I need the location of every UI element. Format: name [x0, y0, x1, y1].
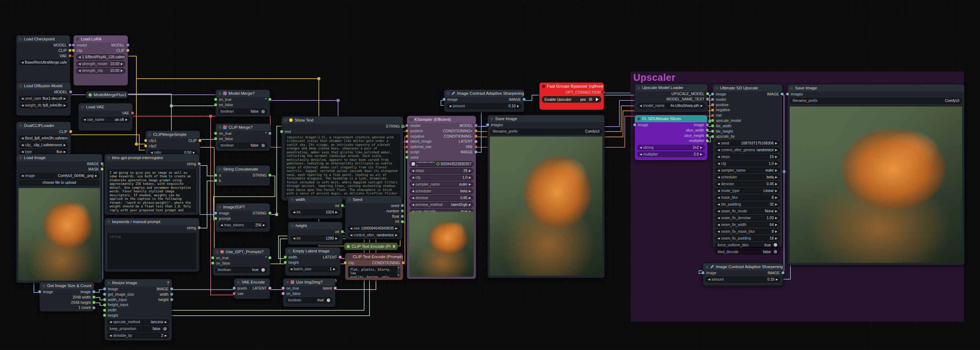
input-slot-dot[interactable]	[711, 135, 714, 138]
show-text[interactable]: Show TextSTRINGtext(majestic dragon:1.5)…	[281, 116, 403, 201]
input-slot-dot[interactable]	[711, 109, 714, 112]
mode-type-widget[interactable]: ◀mode_typeLinear▶	[715, 188, 780, 194]
output-slot-dot[interactable]	[401, 204, 404, 207]
node-header[interactable]: Use Img2Img?	[283, 278, 335, 286]
node-header[interactable]: binx-gpt-prompt-interrogator	[105, 154, 199, 161]
filename-prefix-widget[interactable]: filename_prefixComfyUI	[490, 129, 602, 134]
collapse-toggle-icon[interactable]	[542, 85, 545, 88]
combo-left-arrow-icon[interactable]: ◀	[718, 155, 720, 160]
arrow-right-icon[interactable]	[596, 97, 599, 101]
input-slot-dot[interactable]	[443, 98, 445, 101]
empty-latent-image[interactable]: Empty Latent ImagewidthLATENTheight◀batc…	[285, 247, 340, 276]
collapse-toggle-icon[interactable]	[76, 38, 79, 41]
collapse-toggle-icon[interactable]	[347, 245, 350, 248]
collapse-toggle-icon[interactable]	[790, 86, 793, 90]
output-slot-dot[interactable]	[69, 90, 72, 93]
text-area[interactable]: (majestic dragon:1.5), a resplendent cre…	[285, 134, 400, 198]
slicing-widget[interactable]: ◀slicing2x2▶	[637, 145, 705, 150]
input-slot-dot[interactable]	[406, 150, 409, 153]
combo-left-arrow-icon[interactable]: ◀	[718, 202, 720, 207]
output-slot-dot[interactable]	[341, 230, 344, 233]
icas-bottom[interactable]: Image Contrast Adaptive SharpeningimageI…	[703, 263, 783, 286]
node-header[interactable]: Ultimate SD Upscale	[713, 85, 782, 91]
input-slot-dot[interactable]	[406, 156, 409, 159]
output-slot-dot[interactable]	[706, 134, 709, 137]
input-slot-dot[interactable]	[711, 119, 714, 122]
combo-right-arrow-icon[interactable]: ▶	[775, 202, 777, 207]
input-slot-dot[interactable]	[406, 135, 409, 137]
node-header[interactable]: KSampler (Efficient)	[407, 116, 476, 123]
collapse-toggle-icon[interactable]	[288, 249, 291, 253]
combo-left-arrow-icon[interactable]: ◀	[412, 202, 414, 207]
combo-left-arrow-icon[interactable]: ◀	[350, 226, 352, 231]
combo-right-arrow-icon[interactable]: ▶	[125, 117, 127, 122]
output-slot-dot[interactable]	[402, 261, 404, 264]
output-slot-dot[interactable]	[269, 132, 271, 135]
input-slot-dot[interactable]	[284, 261, 287, 264]
output-slot-dot[interactable]	[126, 49, 129, 52]
height-node[interactable]: heightint◀int1280▶	[288, 222, 343, 245]
input-slot-dot[interactable]	[214, 132, 217, 135]
combo-right-arrow-icon[interactable]: ▶	[333, 267, 335, 272]
input-slot-dot[interactable]	[103, 288, 106, 290]
input-slot-dot[interactable]	[711, 93, 714, 96]
collapse-toggle-icon[interactable]	[409, 118, 413, 121]
combo-left-arrow-icon[interactable]: ◀	[640, 152, 642, 157]
multiplier-widget[interactable]: ◀multiplier2.0▶	[637, 152, 705, 157]
combo-left-arrow-icon[interactable]: ◀	[718, 195, 720, 200]
help-badge[interactable]: ?	[93, 283, 94, 288]
input-slot-dot[interactable]	[711, 130, 714, 133]
collapse-toggle-icon[interactable]	[107, 220, 110, 224]
collapse-toggle-icon[interactable]	[19, 85, 22, 88]
unet-name-widget[interactable]: ◀unet_nameflux1-dev.sft▶	[19, 96, 68, 102]
seed-widget[interactable]: ◀seed1000094545569635▶	[348, 225, 400, 231]
output-slot-dot[interactable]	[92, 290, 95, 293]
collapse-toggle-icon[interactable]	[637, 117, 641, 120]
output-slot-dot[interactable]	[269, 212, 271, 214]
input-slot-dot[interactable]	[711, 98, 714, 101]
combo-left-arrow-icon[interactable]: ◀	[718, 229, 720, 234]
combo-left-arrow-icon[interactable]: ◀	[21, 60, 24, 65]
input-slot-dot[interactable]	[103, 304, 106, 306]
clip-merge-q[interactable]: CLIP Merge?on_true*on_falsebooleanfalse	[215, 123, 270, 151]
get-image-size-count[interactable]: Get Image Size & Count?imageimage2048 wi…	[39, 282, 94, 312]
combo-left-arrow-icon[interactable]: ◀	[412, 175, 414, 180]
node-header[interactable]: Image Contrast Adaptive Sharpening	[444, 90, 524, 97]
input-slot-dot[interactable]	[214, 137, 217, 140]
keep-proportion-widget[interactable]: keep_proportionfalse	[107, 326, 169, 332]
combo-right-arrow-icon[interactable]: ▶	[395, 233, 397, 238]
icas-top[interactable]: Image Contrast Adaptive SharpeningimageI…	[444, 89, 525, 112]
combo-right-arrow-icon[interactable]: ▶	[775, 155, 777, 160]
combo-left-arrow-icon[interactable]: ◀	[449, 104, 451, 109]
combo-right-arrow-icon[interactable]: ▶	[469, 175, 471, 180]
combo-right-arrow-icon[interactable]: ▶	[775, 141, 777, 146]
text-area[interactable]: I am going to give you an image as well …	[107, 169, 196, 213]
denoise-widget[interactable]: ◀denoise0.85▶	[409, 195, 473, 201]
collapse-toggle-icon[interactable]	[89, 93, 92, 96]
input-slot-dot[interactable]	[214, 212, 217, 214]
combo-left-arrow-icon[interactable]: ◀	[718, 168, 720, 173]
collapse-toggle-icon[interactable]	[218, 206, 221, 209]
combo-left-arrow-icon[interactable]: ◀	[84, 117, 86, 122]
fast-groups-bypasser[interactable]: Fast Groups Bypasser (rgthree)OPT_CONNEC…	[539, 82, 604, 110]
combo-right-arrow-icon[interactable]: ▶	[64, 103, 66, 108]
node-header[interactable]: CLIPMergeSimple	[146, 131, 200, 138]
collapse-toggle-icon[interactable]	[42, 284, 45, 288]
batch-size-widget[interactable]: ◀batch_size1▶	[288, 266, 338, 272]
help-badge[interactable]: ?	[167, 281, 169, 285]
combo-right-arrow-icon[interactable]: ▶	[121, 68, 123, 73]
input-slot-dot[interactable]	[282, 287, 285, 289]
seam-fix-denoise-widget[interactable]: ◀seam_fix_denoise1.00▶	[715, 215, 780, 221]
combo-right-arrow-icon[interactable]: ▶	[469, 189, 471, 194]
node-header[interactable]: Show Text	[282, 117, 403, 124]
reroute-dot[interactable]	[209, 115, 212, 118]
input-slot-dot[interactable]	[406, 124, 409, 127]
combo-right-arrow-icon[interactable]: ▶	[775, 175, 777, 180]
output-slot-dot[interactable]	[68, 44, 72, 46]
collapse-toggle-icon[interactable]	[490, 117, 493, 120]
combo-right-arrow-icon[interactable]: ▶	[775, 161, 777, 166]
node-canvas[interactable]: Upscaler Load CheckpointMODELCLIPVAE◀Bas…	[0, 0, 980, 350]
node-header[interactable]: Load Image	[16, 154, 102, 161]
combo-left-arrow-icon[interactable]: ◀	[412, 182, 414, 187]
output-slot-dot[interactable]	[706, 139, 709, 142]
